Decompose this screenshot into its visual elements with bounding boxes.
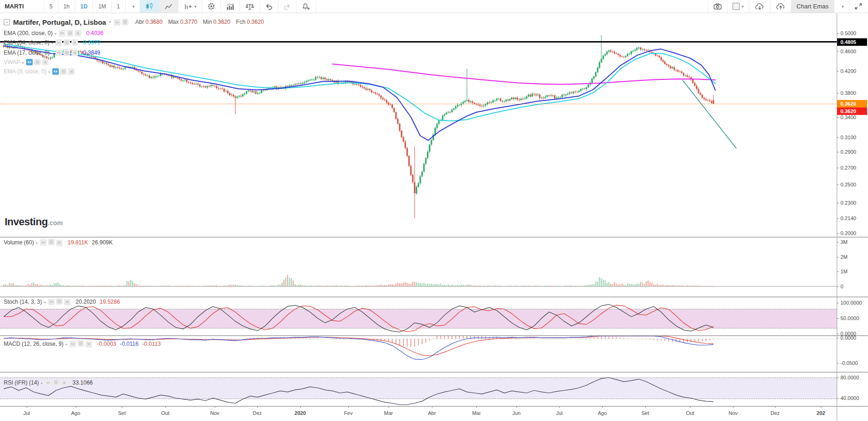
min-label: Min <box>203 19 212 25</box>
saved-layout-name[interactable]: Chart Emas <box>791 0 834 13</box>
axis-tick-label: 0 <box>840 284 843 289</box>
eye-icon-button[interactable] <box>52 68 59 75</box>
close-icon: × <box>77 31 79 36</box>
indicator-name[interactable]: EMA (9, close, 0) <box>4 68 52 75</box>
eye-icon <box>60 31 64 35</box>
interval-1d-button[interactable]: 1D <box>75 0 93 13</box>
indicator-name[interactable]: VWAP <box>4 59 26 65</box>
gear-icon-button[interactable] <box>78 340 84 347</box>
fullscreen-button[interactable] <box>849 0 868 13</box>
close-icon-button[interactable]: × <box>42 59 49 65</box>
eye-icon-button[interactable] <box>56 39 62 46</box>
indicator-name[interactable]: EMA (34, close, 0) <box>4 39 56 46</box>
axis-tick-mark <box>837 242 839 243</box>
close-icon-button[interactable]: × <box>85 341 92 348</box>
interval-5-button[interactable]: 5 <box>44 0 58 13</box>
axis-tick-label: 0.4200 <box>840 68 856 74</box>
layout-dropdown-button[interactable]: ▾ <box>834 0 849 13</box>
gear-icon-button[interactable] <box>64 39 70 46</box>
indicator-value: 0.3970 <box>83 39 100 46</box>
close-icon: × <box>66 300 69 305</box>
close-icon-button[interactable]: × <box>64 299 71 306</box>
cloud-download-icon <box>755 3 765 10</box>
time-axis-tick <box>432 406 432 408</box>
close-icon: × <box>58 240 61 245</box>
interval-1m-button[interactable]: 1M <box>93 0 112 13</box>
compare-scales-button[interactable] <box>240 0 260 13</box>
pane-separator[interactable] <box>0 335 868 336</box>
gear-icon-button[interactable] <box>34 59 41 65</box>
chart-canvas[interactable] <box>0 0 868 421</box>
chevron-down-icon[interactable]: ▾ <box>109 20 111 24</box>
candlestick-chart-type-button[interactable] <box>140 0 159 13</box>
axis-tick-mark <box>837 233 839 234</box>
time-axis-tick <box>602 406 603 408</box>
layout-select-button[interactable]: ▾ <box>727 0 749 13</box>
eye-icon-button[interactable] <box>56 50 62 56</box>
candlestick-icon <box>145 3 154 10</box>
eye-icon-button[interactable] <box>45 379 51 386</box>
interval-1h-button[interactable]: 1h <box>58 0 75 13</box>
gear-icon-button[interactable] <box>48 239 55 245</box>
close-icon-button[interactable]: × <box>71 50 78 56</box>
add-alert-button[interactable] <box>296 0 316 13</box>
axis-tick-mark <box>837 303 839 303</box>
price-alert-line-black[interactable] <box>0 41 837 43</box>
rsi-value: 33.1066 <box>72 379 92 386</box>
save-chart-button[interactable] <box>770 0 791 13</box>
pane-separator[interactable] <box>0 372 868 372</box>
last-price-dotted-line[interactable] <box>0 104 837 104</box>
axis-tick-mark <box>837 117 839 118</box>
gear-icon <box>64 40 69 45</box>
gear-icon-button[interactable] <box>60 68 67 75</box>
close-icon-button[interactable]: × <box>61 380 67 386</box>
time-axis-label: Ago <box>598 410 607 416</box>
chart-settings-button[interactable] <box>202 0 221 13</box>
redo-button[interactable] <box>278 0 296 13</box>
logo-suffix-text: .com <box>48 219 63 227</box>
screenshot-button[interactable] <box>708 0 727 13</box>
close-icon-button[interactable]: × <box>56 240 63 246</box>
interval-dropdown-button[interactable]: ▾ <box>126 0 141 13</box>
time-axis-tick <box>215 406 215 408</box>
gear-icon-button[interactable] <box>122 19 128 25</box>
eye-icon-button[interactable] <box>26 59 33 65</box>
eye-icon-button[interactable] <box>59 30 65 36</box>
indicator-legend-row: VWAP× <box>4 58 50 66</box>
eye-icon-button[interactable] <box>114 19 120 26</box>
gear-icon-button[interactable] <box>67 30 73 36</box>
pane-separator[interactable] <box>0 297 868 297</box>
indicator-name[interactable]: EMA (17, close, 0) <box>4 50 56 56</box>
time-axis-label: Dez <box>770 410 780 416</box>
line-chart-type-button[interactable] <box>159 0 178 13</box>
macd-indicator-label[interactable]: MACD (12, 26, close, 9) <box>4 341 70 347</box>
rsi-indicator-label[interactable]: RSI (IFR) (14) <box>4 379 45 386</box>
interval-custom-button[interactable]: 1 <box>112 0 126 13</box>
gear-icon-button[interactable] <box>64 50 70 56</box>
undo-button[interactable] <box>260 0 278 13</box>
stoch-indicator-label[interactable]: Stoch (14, 3, 3) <box>4 299 48 305</box>
pane-separator[interactable] <box>0 237 868 237</box>
indicators-button[interactable] <box>221 0 240 13</box>
time-axis-label: Jun <box>512 410 521 416</box>
time-axis-label: Abr <box>428 410 436 416</box>
gear-icon-button[interactable] <box>56 298 63 305</box>
load-chart-button[interactable] <box>749 0 770 13</box>
time-axis-label: Ago <box>71 410 80 416</box>
close-icon-button[interactable]: × <box>75 30 81 36</box>
time-axis-label: Fev <box>344 410 353 416</box>
axis-tick-label: 0.5000 <box>840 30 856 36</box>
axis-tick-mark <box>837 271 839 272</box>
chart-application: MARTI 5 1h 1D 1M 1 ▾ <box>0 0 868 421</box>
volume-indicator-label[interactable]: Volume (60) <box>4 239 40 246</box>
indicator-name[interactable]: EMA (200, close, 0) <box>4 30 59 36</box>
close-icon-button[interactable]: × <box>68 68 75 75</box>
gear-icon-button[interactable] <box>53 379 59 385</box>
close-icon-button[interactable]: × <box>71 39 78 46</box>
stoch-overbought-oversold-band <box>0 309 837 328</box>
eye-icon-button[interactable] <box>48 299 55 305</box>
eye-icon-button[interactable] <box>70 341 76 347</box>
compare-instrument-button[interactable]: ▾ <box>178 0 202 13</box>
eye-icon-button[interactable] <box>40 239 47 246</box>
collapse-legend-icon[interactable] <box>4 19 10 25</box>
